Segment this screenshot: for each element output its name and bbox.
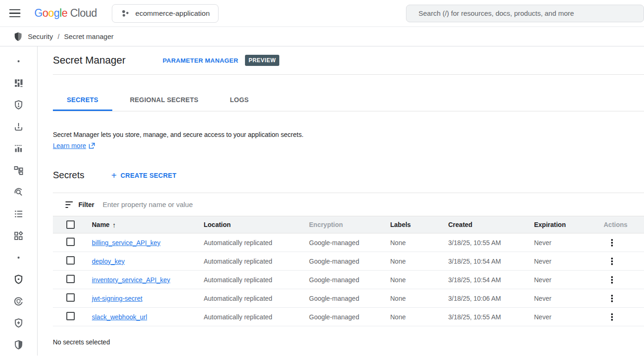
dot-indicator: [7, 246, 30, 268]
secrets-heading: Secrets: [53, 170, 84, 181]
parameter-manager-link[interactable]: PARAMETER MANAGER: [163, 57, 238, 64]
shield-alert-icon[interactable]: [7, 94, 30, 116]
findings-list-icon[interactable]: [7, 203, 30, 225]
encryption-cell: Google-managed: [303, 239, 385, 246]
create-secret-button[interactable]: + CREATE SECRET: [111, 171, 176, 180]
row-checkbox[interactable]: [66, 312, 75, 320]
tab-bar: SECRETS REGIONAL SECRETS LOGS: [53, 75, 644, 111]
external-link-icon: [89, 142, 95, 149]
table-body: billing_service_API_key Automatically re…: [53, 233, 644, 326]
overview-icon[interactable]: [7, 72, 30, 94]
row-checkbox[interactable]: [66, 256, 75, 265]
tab-secrets[interactable]: SECRETS: [53, 90, 112, 111]
table-row: billing_service_API_key Automatically re…: [53, 233, 644, 252]
encryption-cell: Google-managed: [303, 295, 385, 302]
row-checkbox[interactable]: [66, 293, 75, 302]
project-selector[interactable]: ecommerce-application: [112, 4, 219, 23]
expiration-cell: Never: [528, 258, 598, 265]
row-actions-button[interactable]: [608, 311, 616, 324]
location-cell: Automatically replicated: [198, 295, 303, 302]
secret-name-link[interactable]: deploy_key: [92, 258, 125, 265]
secrets-table: Filter Name ↑ Location Encryption Labels…: [53, 193, 644, 326]
learn-more-link[interactable]: Learn more: [53, 142, 86, 149]
selection-status-text: No secrets selected: [53, 338, 644, 346]
logo-letter: o: [48, 7, 54, 19]
create-secret-label: CREATE SECRET: [121, 172, 176, 179]
row-checkbox[interactable]: [66, 238, 75, 246]
row-actions-button[interactable]: [608, 273, 616, 286]
secrets-section-header: Secrets + CREATE SECRET: [53, 170, 644, 181]
created-cell: 3/18/25, 10:55 AM: [443, 239, 528, 246]
project-name: ecommerce-application: [135, 9, 210, 18]
google-cloud-logo: Google Cloud: [34, 7, 97, 19]
created-cell: 3/18/25, 10:54 AM: [443, 258, 528, 265]
column-header-expiration[interactable]: Expiration: [528, 221, 598, 228]
column-header-name[interactable]: Name ↑: [86, 221, 198, 229]
select-all-checkbox[interactable]: [66, 220, 75, 229]
secret-manager-shield-icon[interactable]: [7, 268, 30, 290]
created-cell: 3/18/25, 10:06 AM: [443, 295, 528, 302]
shield-half-icon[interactable]: [7, 334, 30, 356]
labels-cell: None: [385, 239, 443, 246]
preview-badge: PREVIEW: [245, 55, 280, 66]
secret-name-link[interactable]: inventory_service_API_key: [92, 276, 170, 284]
secret-name-link[interactable]: slack_webhook_url: [92, 313, 147, 321]
filter-label: Filter: [78, 201, 94, 208]
secret-name-link[interactable]: billing_service_API_key: [92, 239, 161, 246]
google-logo-word: Google: [34, 7, 67, 19]
breadcrumb: Security / Secret manager: [0, 27, 644, 46]
location-cell: Automatically replicated: [198, 258, 303, 265]
filter-bar: Filter: [53, 193, 644, 216]
location-cell: Automatically replicated: [198, 276, 303, 284]
tab-regional-secrets[interactable]: REGIONAL SECRETS: [116, 90, 213, 111]
global-search: [406, 5, 644, 22]
workloads-icon[interactable]: [7, 225, 30, 246]
chart-bars-icon[interactable]: [7, 137, 30, 159]
project-icon: [121, 9, 130, 18]
breadcrumb-separator: /: [58, 33, 59, 40]
location-cell: Automatically replicated: [198, 313, 303, 321]
threat-landing-icon[interactable]: [7, 116, 30, 137]
labels-cell: None: [385, 276, 443, 284]
breadcrumb-security[interactable]: Security: [28, 32, 53, 40]
logo-letter: G: [34, 7, 42, 19]
top-app-bar: Google Cloud ecommerce-application: [0, 0, 644, 27]
hierarchy-icon[interactable]: [7, 159, 30, 181]
plus-icon: +: [111, 171, 117, 180]
table-row: slack_webhook_url Automatically replicat…: [53, 308, 644, 326]
compliance-ring-icon[interactable]: [7, 290, 30, 312]
breadcrumb-page: Secret manager: [64, 32, 114, 40]
column-label: Name: [92, 221, 109, 228]
security-shield-icon: [13, 32, 23, 42]
dot-indicator: [7, 50, 30, 72]
labels-cell: None: [385, 258, 443, 265]
column-header-created[interactable]: Created: [443, 221, 528, 228]
filter-input[interactable]: [103, 201, 644, 208]
sort-ascending-icon: ↑: [112, 221, 116, 229]
shield-plus-icon[interactable]: [7, 312, 30, 334]
created-cell: 3/18/25, 10:54 AM: [443, 276, 528, 284]
menu-icon[interactable]: [9, 7, 22, 20]
row-checkbox[interactable]: [66, 275, 75, 283]
column-header-actions: Actions: [598, 221, 644, 228]
expiration-cell: Never: [528, 295, 598, 302]
encryption-cell: Google-managed: [303, 313, 385, 321]
tab-logs[interactable]: LOGS: [216, 90, 263, 111]
location-cell: Automatically replicated: [198, 239, 303, 246]
row-actions-button[interactable]: [608, 292, 616, 305]
secret-name-link[interactable]: jwt-signing-secret: [92, 295, 142, 302]
table-header-row: Name ↑ Location Encryption Labels Create…: [53, 216, 644, 233]
table-row: jwt-signing-secret Automatically replica…: [53, 289, 644, 308]
main-content: Secret Manager PARAMETER MANAGER PREVIEW…: [38, 46, 644, 356]
table-row: deploy_key Automatically replicated Goog…: [53, 252, 644, 271]
column-header-location[interactable]: Location: [198, 221, 303, 228]
encryption-cell: Google-managed: [303, 276, 385, 284]
page-header: Secret Manager PARAMETER MANAGER PREVIEW: [53, 46, 644, 75]
row-actions-button[interactable]: [608, 236, 616, 249]
row-actions-button[interactable]: [608, 255, 616, 268]
search-input[interactable]: [406, 9, 644, 17]
column-header-labels[interactable]: Labels: [385, 221, 443, 228]
labels-cell: None: [385, 313, 443, 321]
column-header-encryption: Encryption: [303, 221, 385, 228]
scan-search-icon[interactable]: [7, 181, 30, 203]
